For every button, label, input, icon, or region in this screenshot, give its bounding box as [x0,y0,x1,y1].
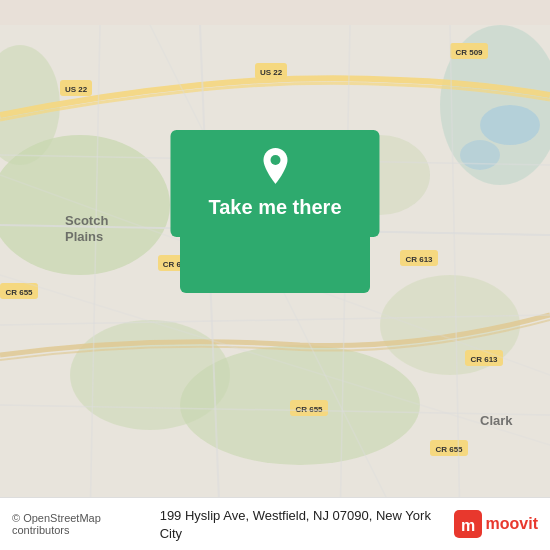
address-label: 199 Hyslip Ave, Westfield, NJ 07090, New… [160,508,431,541]
moovit-brand-icon: m [454,510,482,538]
moovit-logo: m moovit [454,510,538,538]
address-section: 199 Hyslip Ave, Westfield, NJ 07090, New… [160,506,454,542]
svg-point-43 [270,155,280,165]
svg-text:Clark: Clark [480,413,513,428]
osm-attribution: © OpenStreetMap contributors [12,512,160,536]
svg-text:US 22: US 22 [65,85,88,94]
svg-text:CR 509: CR 509 [455,48,483,57]
svg-text:m: m [460,517,474,534]
cta-button-container: Take me there [170,130,379,237]
moovit-text-label: moovit [486,515,538,533]
svg-point-9 [460,140,500,170]
svg-point-8 [480,105,540,145]
map-background: US 22 US 22 CR 509 CR 655 CR 613 CR 613 … [0,0,550,550]
take-me-there-button[interactable]: Take me there [170,130,379,237]
bottom-bar: © OpenStreetMap contributors 199 Hyslip … [0,497,550,550]
bottom-left-section: © OpenStreetMap contributors [12,512,160,536]
svg-text:US 22: US 22 [260,68,283,77]
svg-text:CR 655: CR 655 [5,288,33,297]
map-container: US 22 US 22 CR 509 CR 655 CR 613 CR 613 … [0,0,550,550]
location-pin-icon [259,148,291,188]
svg-text:CR 613: CR 613 [405,255,433,264]
svg-text:Scotch: Scotch [65,213,108,228]
svg-text:CR 613: CR 613 [470,355,498,364]
svg-text:Plains: Plains [65,229,103,244]
cta-label: Take me there [208,196,341,219]
svg-text:CR 655: CR 655 [295,405,323,414]
